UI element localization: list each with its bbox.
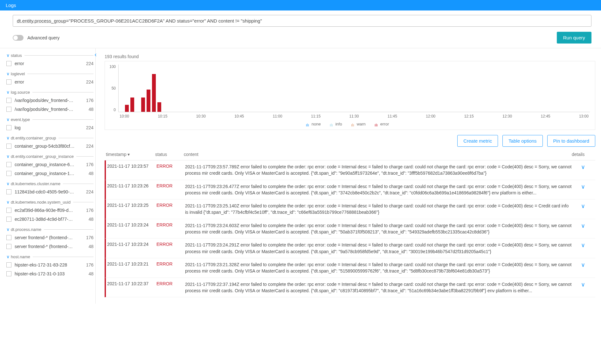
facet-header[interactable]: ∨loglevel xyxy=(6,71,93,76)
run-query-button[interactable]: Run query xyxy=(557,32,591,44)
facet-item-label: container_group_instance-6a010220... xyxy=(15,162,75,167)
col-details[interactable]: details xyxy=(572,152,594,157)
chart-bar[interactable] xyxy=(125,105,129,112)
facet-header[interactable]: ∨host.name xyxy=(6,254,93,259)
query-input[interactable]: dt.entity.process_group="PROCESS_GROUP-0… xyxy=(13,15,591,27)
checkbox-icon[interactable] xyxy=(6,61,11,66)
facet-item[interactable]: ec2af39d-866a-903e-ff09-deaffdd3...176 xyxy=(6,207,93,213)
legend-label: error xyxy=(380,122,389,126)
expand-row-icon[interactable]: ∨ xyxy=(572,164,594,171)
checkbox-icon[interactable] xyxy=(6,235,11,240)
chart-bar[interactable] xyxy=(157,102,161,112)
expand-row-icon[interactable]: ∨ xyxy=(572,261,594,268)
checkbox-icon[interactable] xyxy=(6,144,11,149)
checkbox-icon[interactable] xyxy=(6,262,11,267)
facet-item[interactable]: 112841bd-cdc0-4505-9e90-c5a4a57f...224 xyxy=(6,189,93,195)
chevron-down-icon: ∨ xyxy=(6,254,10,259)
facet-item[interactable]: container_group_instance-6a010220...176 xyxy=(6,161,93,168)
collapse-sidebar-icon[interactable]: ‹ xyxy=(94,51,97,58)
histogram-chart: 100500 10:0010:1510:3010:4511:0011:1511:… xyxy=(105,61,595,130)
checkbox-icon[interactable] xyxy=(6,125,11,130)
facet-item[interactable]: server frontend-* (frontend-6c4dd4...48 xyxy=(6,243,93,250)
log-table: timestamp ▾ status content details 2021-… xyxy=(105,150,595,297)
legend-swatch-icon: ılı xyxy=(375,123,378,126)
cell-timestamp: 2021-11-17 10:23:24 xyxy=(107,242,156,247)
chart-plot-area[interactable] xyxy=(118,64,590,112)
pin-dashboard-button[interactable]: Pin to dashboard xyxy=(547,135,595,147)
advanced-query-toggle[interactable] xyxy=(13,35,24,41)
facet-header[interactable]: ∨event.type xyxy=(6,117,93,122)
cell-content: 2021-11-17T09:23:26.477Z error failed to… xyxy=(185,183,572,196)
legend-item[interactable]: ılıwarn xyxy=(351,122,366,126)
facet-item[interactable]: container_group_instance-1829a1bbc...48 xyxy=(6,170,93,177)
facet-item[interactable]: error224 xyxy=(6,79,93,85)
facet-item[interactable]: hipster-eks-172-31-0-10348 xyxy=(6,271,93,277)
facet-item-label: ec280711-3d8d-4c9d-bf77-467797a7d... xyxy=(15,217,75,222)
facet-header[interactable]: ∨log.source xyxy=(6,90,93,95)
results-main: 193 results found 100500 10:0010:1510:30… xyxy=(95,48,601,304)
expand-row-icon[interactable]: ∨ xyxy=(572,281,594,288)
checkbox-icon[interactable] xyxy=(6,171,11,176)
checkbox-icon[interactable] xyxy=(6,189,11,194)
checkbox-icon[interactable] xyxy=(6,162,11,167)
table-options-button[interactable]: Table options xyxy=(502,135,542,147)
facet-item-count: 176 xyxy=(86,162,93,167)
chart-bar[interactable] xyxy=(152,74,156,112)
checkbox-icon[interactable] xyxy=(6,271,11,276)
facet-item[interactable]: server frontend-* (frontend-5f9c7d7...17… xyxy=(6,234,93,241)
facet-item-count: 48 xyxy=(88,107,93,112)
x-tick: 13:00 xyxy=(579,114,589,118)
facet-header[interactable]: ∨dt.kubernetes.cluster.name xyxy=(6,181,93,186)
chart-bar[interactable] xyxy=(141,98,145,112)
facet-item[interactable]: error224 xyxy=(6,60,93,67)
checkbox-icon[interactable] xyxy=(6,244,11,249)
table-header-row: timestamp ▾ status content details xyxy=(105,150,595,160)
facet-item-count: 224 xyxy=(86,79,93,84)
chevron-down-icon: ∨ xyxy=(6,199,10,205)
checkbox-icon[interactable] xyxy=(6,217,11,222)
cell-content: 2021-11-17T09:22:37.194Z error failed to… xyxy=(185,281,572,294)
checkbox-icon[interactable] xyxy=(6,98,11,103)
facet-name: dt.kubernetes.node.system_uuid xyxy=(11,200,71,205)
facet-item-label: 112841bd-cdc0-4505-9e90-c5a4a57f... xyxy=(15,189,75,194)
checkbox-icon[interactable] xyxy=(6,79,11,84)
expand-row-icon[interactable]: ∨ xyxy=(572,203,594,210)
expand-row-icon[interactable]: ∨ xyxy=(572,242,594,249)
expand-row-icon[interactable]: ∨ xyxy=(572,222,594,229)
col-timestamp[interactable]: timestamp ▾ xyxy=(106,152,155,157)
chart-bar[interactable] xyxy=(130,98,134,112)
facet-name: dt.entity.container_group_instance xyxy=(11,154,74,159)
checkbox-icon[interactable] xyxy=(6,107,11,112)
legend-item[interactable]: ılınone xyxy=(306,122,321,126)
cell-timestamp: 2021-11-17 10:22:37 xyxy=(107,281,156,286)
facet-header[interactable]: ∨dt.process.name xyxy=(6,227,93,232)
facet-header[interactable]: ∨dt.entity.container_group xyxy=(6,135,93,140)
facet-item[interactable]: log224 xyxy=(6,125,93,131)
checkbox-icon[interactable] xyxy=(6,208,11,213)
facet-item[interactable]: /var/log/pods/dev_frontend-6c4dd47...48 xyxy=(6,106,93,112)
expand-row-icon[interactable]: ∨ xyxy=(572,183,594,190)
legend-swatch-icon: ılı xyxy=(306,123,310,126)
facet-header[interactable]: ∨dt.entity.container_group_instance xyxy=(6,154,93,159)
facet-header[interactable]: ∨status xyxy=(6,53,93,58)
log-row: 2021-11-17 10:23:21ERROR2021-11-17T09:23… xyxy=(105,258,595,278)
create-metric-button[interactable]: Create metric xyxy=(457,135,498,147)
col-status[interactable]: status xyxy=(155,152,184,157)
facet-item[interactable]: container_group-54cb3f80cf5e3ba1224 xyxy=(6,143,93,149)
facet-item-count: 48 xyxy=(88,244,93,249)
facet-item-count: 176 xyxy=(86,235,93,240)
cell-content: 2021-11-17T09:23:57.789Z error failed to… xyxy=(185,164,572,177)
x-tick: 10:00 xyxy=(120,114,129,118)
chart-bar[interactable] xyxy=(147,90,150,112)
facet-item[interactable]: ec280711-3d8d-4c9d-bf77-467797a7d...48 xyxy=(6,216,93,222)
x-tick: 11:15 xyxy=(311,114,321,118)
legend-item[interactable]: ılıerror xyxy=(375,122,389,126)
y-tick: 100 xyxy=(109,64,116,69)
facet-header[interactable]: ∨dt.kubernetes.node.system_uuid xyxy=(6,199,93,205)
facet-item[interactable]: /var/log/pods/dev_frontend-5f9c7d7...176 xyxy=(6,97,93,104)
log-row: 2021-11-17 10:23:24ERROR2021-11-17T09:23… xyxy=(105,219,595,239)
facet-name: dt.entity.container_group xyxy=(11,136,56,140)
facet-item[interactable]: hipster-eks-172-31-83-228176 xyxy=(6,262,93,268)
col-content[interactable]: content xyxy=(184,152,572,157)
legend-item[interactable]: ılıinfo xyxy=(330,122,342,126)
